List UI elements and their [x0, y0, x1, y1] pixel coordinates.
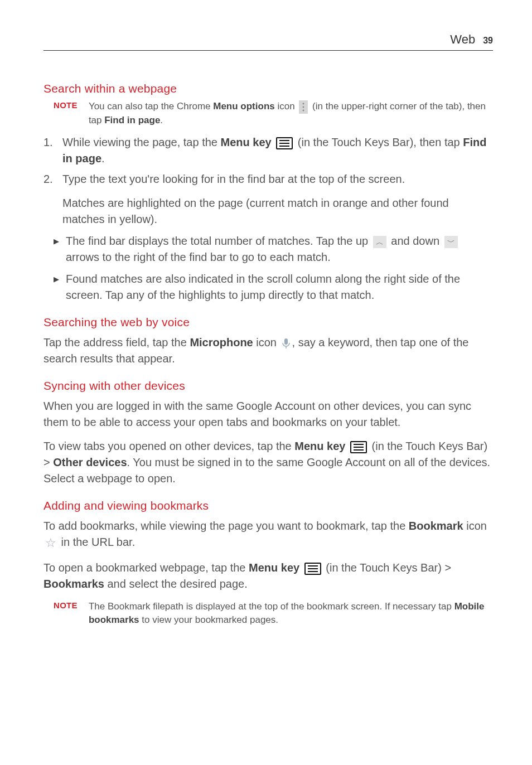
svg-point-0	[303, 103, 304, 104]
step-2-sub: Matches are highlighted on the page (cur…	[62, 195, 493, 227]
note-text: You can also tap the Chrome Menu options…	[89, 100, 493, 127]
bullet-icon: ▶	[54, 271, 60, 303]
svg-point-1	[303, 106, 304, 108]
note-text: The Bookmark filepath is displayed at th…	[89, 600, 493, 627]
star-outline-icon: ☆	[45, 534, 56, 552]
bullet-2: ▶ Found matches are also indicated in th…	[54, 271, 493, 303]
bullets: ▶ The find bar displays the total number…	[54, 233, 493, 303]
bookmarks-p2: To open a bookmarked webpage, tap the Me…	[43, 560, 493, 592]
header-section: Web	[450, 32, 475, 47]
syncing-p1: When you are logged in with the same Goo…	[43, 398, 493, 430]
svg-rect-6	[284, 338, 288, 345]
note-label: NOTE	[54, 600, 78, 627]
menu-key-icon	[304, 563, 321, 575]
microphone-icon	[282, 338, 291, 349]
syncing-p2: To view tabs you opened on other devices…	[43, 438, 493, 487]
step-2: 2. Type the text you're looking for in t…	[43, 171, 493, 187]
note-block-2: NOTE The Bookmark filepath is displayed …	[54, 600, 493, 627]
bookmarks-p1: To add bookmarks, while viewing the page…	[43, 518, 493, 552]
bullet-icon: ▶	[54, 233, 60, 265]
heading-voice: Searching the web by voice	[43, 316, 493, 329]
voice-paragraph: Tap the address field, tap the Microphon…	[43, 335, 493, 367]
step-1: 1. While viewing the page, tap the Menu …	[43, 134, 493, 167]
more-vert-icon	[299, 100, 308, 114]
note-block: NOTE You can also tap the Chrome Menu op…	[54, 100, 493, 127]
header-page-number: 39	[483, 36, 493, 46]
steps-list: 1. While viewing the page, tap the Menu …	[43, 134, 493, 187]
heading-search-within: Search within a webpage	[43, 82, 493, 95]
chevron-down-icon: ﹀	[444, 236, 458, 248]
heading-syncing: Syncing with other devices	[43, 379, 493, 393]
menu-key-icon	[350, 441, 367, 453]
bullet-1: ▶ The find bar displays the total number…	[54, 233, 493, 265]
note-label: NOTE	[54, 100, 78, 127]
heading-bookmarks: Adding and viewing bookmarks	[43, 499, 493, 512]
chevron-up-icon: ︿	[373, 236, 386, 248]
page-header: Web 39	[43, 32, 493, 51]
svg-point-2	[303, 109, 304, 111]
menu-key-icon	[276, 137, 293, 149]
